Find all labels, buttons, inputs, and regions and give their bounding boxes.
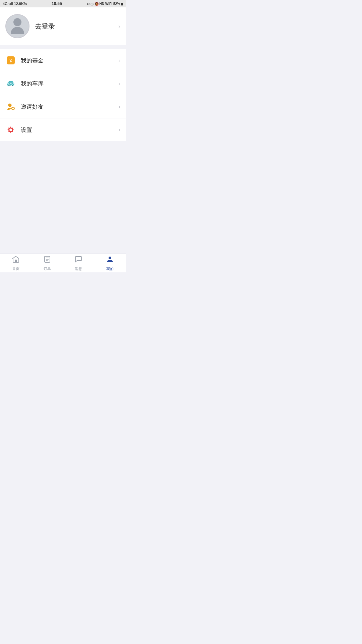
tab-orders-label: 订单 xyxy=(44,266,51,271)
svg-rect-7 xyxy=(10,83,11,84)
invite-icon xyxy=(5,101,16,112)
svg-point-5 xyxy=(12,85,13,86)
speed-text: 12.9K/s xyxy=(14,2,27,6)
invite-label: 邀请好友 xyxy=(21,103,44,111)
status-right: ⊙ ◷ 🔕 HD WiFi 52% ▮ xyxy=(87,2,123,6)
fund-label: 我的基金 xyxy=(21,57,44,64)
home-icon xyxy=(12,255,20,265)
status-bar: 4G·ull 12.9K/s 10:55 ⊙ ◷ 🔕 HD WiFi 52% ▮ xyxy=(0,0,126,7)
svg-rect-8 xyxy=(13,83,14,84)
svg-point-19 xyxy=(109,257,111,259)
menu-item-invite-left: 邀请好友 xyxy=(5,101,44,112)
profile-chevron-icon: › xyxy=(118,23,120,30)
svg-point-13 xyxy=(9,128,12,131)
settings-icon xyxy=(5,124,16,135)
avatar-body xyxy=(11,27,24,34)
avatar-head xyxy=(13,18,21,26)
tab-bar: 首页 订单 消息 我的 xyxy=(0,254,126,272)
garage-chevron-icon: › xyxy=(119,80,120,87)
fund-icon: ¥ xyxy=(5,55,16,66)
svg-rect-6 xyxy=(7,83,9,84)
gray-area xyxy=(0,145,126,239)
svg-point-4 xyxy=(8,85,10,86)
bell-icon: 🔕 xyxy=(95,2,99,6)
tab-home-label: 首页 xyxy=(12,266,19,271)
tab-messages-label: 消息 xyxy=(75,266,82,271)
svg-text:¥: ¥ xyxy=(9,58,12,63)
tab-mine-label: 我的 xyxy=(106,266,114,271)
menu-item-settings-left: 设置 xyxy=(5,124,32,135)
menu-item-fund[interactable]: ¥ 我的基金 › xyxy=(0,49,126,72)
orders-icon xyxy=(43,255,51,265)
tab-home[interactable]: 首页 xyxy=(0,255,32,271)
profile-left: 去登录 xyxy=(5,14,55,38)
status-left: 4G·ull 12.9K/s xyxy=(3,2,27,6)
login-text[interactable]: 去登录 xyxy=(35,22,55,31)
avatar-icon xyxy=(11,18,24,34)
svg-marker-3 xyxy=(8,81,13,83)
status-time: 10:55 xyxy=(52,1,62,6)
menu-item-fund-left: ¥ 我的基金 xyxy=(5,55,44,66)
alarm-icon: ◷ xyxy=(90,2,94,6)
svg-rect-14 xyxy=(15,260,17,262)
settings-chevron-icon: › xyxy=(119,127,120,133)
main-content: 去登录 › ¥ 我的基金 › xyxy=(0,7,126,254)
mine-icon xyxy=(106,255,114,265)
fund-chevron-icon: › xyxy=(119,57,120,63)
tab-orders[interactable]: 订单 xyxy=(32,255,63,271)
battery-icon: ▮ xyxy=(121,2,123,6)
avatar xyxy=(5,14,29,38)
wifi-icon: WiFi xyxy=(105,2,112,6)
battery-text: 52% xyxy=(113,2,120,6)
tab-messages[interactable]: 消息 xyxy=(63,255,95,271)
menu-item-garage[interactable]: 我的车库 › xyxy=(0,72,126,95)
signal-text: 4G·ull xyxy=(3,2,13,6)
messages-icon xyxy=(74,255,82,265)
invite-chevron-icon: › xyxy=(119,104,120,110)
location-icon: ⊙ xyxy=(87,2,89,6)
svg-point-9 xyxy=(8,104,11,107)
settings-label: 设置 xyxy=(21,126,32,134)
car-icon xyxy=(5,78,16,89)
garage-label: 我的车库 xyxy=(21,80,44,88)
menu-item-settings[interactable]: 设置 › xyxy=(0,118,126,141)
menu-item-invite[interactable]: 邀请好友 › xyxy=(0,95,126,118)
menu-section: ¥ 我的基金 › xyxy=(0,49,126,141)
hd-text: HD xyxy=(100,2,104,6)
tab-mine[interactable]: 我的 xyxy=(94,255,126,271)
menu-item-garage-left: 我的车库 xyxy=(5,78,44,89)
profile-section[interactable]: 去登录 › xyxy=(0,7,126,45)
